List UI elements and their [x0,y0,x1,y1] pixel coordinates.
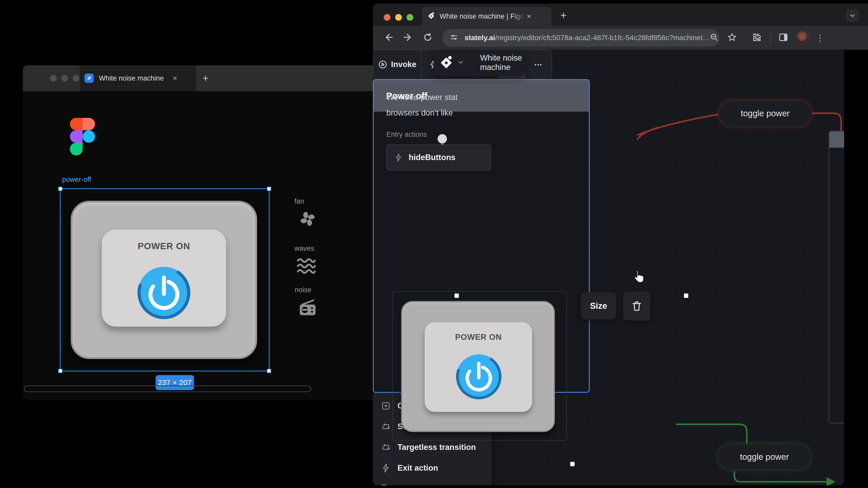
embed-delete-button[interactable] [623,291,650,321]
chrome-tab-title: White noise machine | Figma [440,12,525,21]
radio-icon[interactable] [298,298,317,318]
close-window-button[interactable] [384,14,391,21]
tab-search-button[interactable] [846,9,859,22]
layer-label-noise[interactable]: noise [295,286,312,294]
selection-handle[interactable] [267,369,271,373]
frame-label[interactable]: power-off [62,176,91,184]
bookmark-star-icon[interactable] [727,32,737,43]
embed-power-button [455,353,503,401]
node-resize-handle-bottom[interactable] [570,462,575,466]
chrome-new-tab-button[interactable]: + [560,9,567,22]
minimize-window-button[interactable] [395,14,402,21]
close-window-button[interactable] [50,75,57,82]
figma-canvas[interactable]: power-off POWER ON 237 × [23,91,433,400]
chrome-tab-strip: White noise machine | Figma × + [373,4,868,26]
selection-handle[interactable] [58,187,62,191]
initial-state-dot[interactable] [438,134,447,144]
close-icon[interactable]: × [173,74,177,83]
forward-icon[interactable] [403,32,413,43]
reload-icon[interactable] [423,32,433,43]
back-icon[interactable] [383,32,394,43]
desktop: White noise machine × + power-off [0,0,868,488]
transition-label: toggle power [740,452,789,462]
transition-toggle-power-bottom[interactable]: toggle power [717,444,811,470]
state-description-line1: We need power stat [386,93,458,102]
chrome-window: White noise machine | Figma × + [373,4,868,488]
zoom-window-button[interactable] [407,14,413,21]
chrome-toolbar: stately.ai/registry/editor/cfc5078a-aca2… [373,26,868,50]
layer-label-fan[interactable]: fan [294,197,304,205]
fan-icon[interactable] [298,209,317,230]
state-node-partial[interactable] [829,131,844,424]
chrome-menu-kebab-icon[interactable]: ⋮ [816,33,825,43]
extensions-icon[interactable] [752,32,762,43]
state-node-partial-header [829,131,844,148]
state-description-line2: browsers don’t like [386,108,453,118]
figma-horizontal-scrollbar[interactable] [24,386,311,392]
figma-tab-bar: White noise machine × + [23,65,433,91]
figma-embed-frame[interactable]: POWER ON [392,291,567,441]
site-settings-icon[interactable] [450,33,458,43]
figma-logo-icon [70,118,95,155]
selection-handle[interactable] [58,369,62,373]
selection-handle[interactable] [267,187,271,191]
waves-icon[interactable] [296,257,316,276]
close-icon[interactable]: × [527,12,531,21]
stately-favicon-icon [428,12,435,21]
toolbar-divider [770,33,771,43]
entry-action-name: hideButtons [409,153,456,162]
figma-tab-title: White noise machine [99,74,164,82]
figma-tab-white-noise-machine[interactable]: White noise machine × [80,65,196,91]
url-path: /registry/editor/cfc5078a-aca2-487f-b1fc… [495,34,710,42]
stately-canvas[interactable]: White noise machine Invoke Action + [373,50,844,485]
side-panel-icon[interactable] [778,32,788,43]
profile-avatar[interactable] [796,31,809,44]
node-resize-handle-left[interactable] [455,294,459,298]
stately-logo-icon[interactable] [440,55,454,70]
figma-file-icon [85,73,94,83]
stately-app-header: White noise machine [433,50,525,75]
minimize-window-button[interactable] [61,75,68,82]
chrome-tab-stately[interactable]: White noise machine | Figma × [422,7,552,26]
node-resize-handle-right[interactable] [684,294,688,298]
entry-action-hidebuttons[interactable]: hideButtons [386,145,491,171]
url-host: stately.ai [465,34,495,42]
zoom-window-button[interactable] [73,75,80,82]
embed-power-on-label: POWER ON [425,333,532,342]
cursor-pointer-icon [632,270,645,285]
transition-label: toggle power [741,109,790,118]
machine-title: White noise machine [480,53,525,72]
chevron-down-icon[interactable] [457,59,464,67]
power-button[interactable] [136,265,192,321]
figma-window: White noise machine × + power-off [23,65,433,400]
size-button-label: Size [590,301,607,311]
url-bar[interactable]: stately.ai/registry/editor/cfc5078a-aca2… [442,29,719,47]
layer-label-waves[interactable]: waves [294,245,314,252]
zoom-page-icon[interactable] [710,33,719,43]
power-on-label: POWER ON [102,241,226,251]
embed-size-button[interactable]: Size [581,292,616,319]
entry-actions-label: Entry actions [386,130,427,139]
transition-toggle-power-top[interactable]: toggle power [718,100,812,127]
figma-new-tab-button[interactable]: + [203,72,209,84]
